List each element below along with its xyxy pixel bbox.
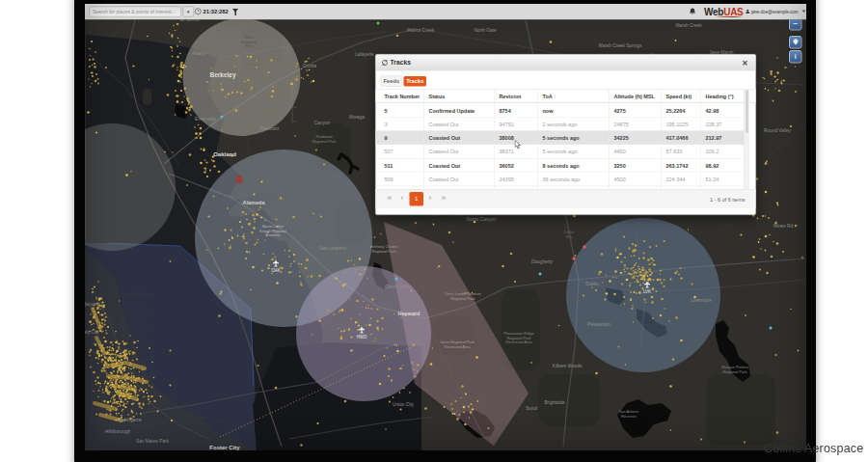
svg-text:University of: University of — [244, 63, 265, 67]
svg-text:Canyon: Canyon — [314, 121, 331, 125]
svg-text:Bayview: Bayview — [85, 302, 100, 307]
svg-text:Regional Park: Regional Park — [371, 249, 395, 254]
svg-text:Livermore: Livermore — [691, 298, 711, 303]
svg-text:Sunol: Sunol — [526, 406, 537, 411]
svg-text:Albany: Albany — [192, 51, 206, 56]
svg-text:North Gate: North Gate — [474, 28, 497, 33]
svg-text:Restricted Area: Restricted Area — [505, 340, 532, 344]
svg-text:Round Valley: Round Valley — [764, 128, 792, 133]
svg-text:Alameda: Alameda — [243, 200, 266, 205]
svg-text:Lafayette: Lafayette — [355, 52, 374, 57]
svg-text:Hillsborough: Hillsborough — [105, 429, 131, 434]
svg-text:Norris Canyon: Norris Canyon — [467, 217, 497, 222]
svg-text:Emeryville: Emeryville — [195, 117, 216, 122]
svg-text:Regional Park: Regional Park — [312, 139, 336, 144]
svg-text:Dublin: Dublin — [585, 282, 599, 286]
svg-text:Hills: Hills — [565, 235, 572, 239]
svg-text:Brightside: Brightside — [544, 400, 564, 405]
svg-text:San Antonio: San Antonio — [619, 410, 638, 414]
svg-text:Berkeley: Berkeley — [209, 71, 235, 79]
svg-text:California: California — [246, 68, 262, 71]
svg-text:Reservoir: Reservoir — [621, 415, 637, 419]
svg-text:Castro Valley: Castro Valley — [385, 285, 413, 289]
svg-text:Burlingame: Burlingame — [119, 418, 142, 422]
svg-text:Pleasanton: Pleasanton — [587, 322, 610, 327]
svg-text:Marsh Creek: Marsh Creek — [675, 23, 702, 28]
svg-text:Mines Rd: Mines Rd — [773, 224, 793, 229]
svg-text:Regional Park: Regional Park — [722, 369, 746, 374]
svg-text:Regional Park: Regional Park — [450, 296, 475, 301]
svg-text:Hayward: Hayward — [398, 311, 420, 316]
svg-text:Marsh Creek Springs: Marsh Creek Springs — [599, 43, 642, 48]
svg-text:Piedmont: Piedmont — [259, 126, 280, 131]
svg-text:HWD: HWD — [357, 335, 367, 340]
svg-text:Daly City: Daly City — [85, 330, 99, 335]
svg-text:Shoreline: Shoreline — [265, 233, 281, 237]
svg-text:Union City: Union City — [393, 402, 415, 407]
svg-text:Kilkare Woods: Kilkare Woods — [553, 364, 583, 368]
svg-text:San Mateo Park: San Mateo Park — [136, 439, 170, 444]
svg-text:Moraga: Moraga — [349, 115, 365, 120]
svg-text:Dougherty: Dougherty — [531, 259, 554, 264]
svg-text:Park: Park — [245, 43, 253, 48]
svg-text:Martin Luther: Martin Luther — [262, 225, 285, 229]
svg-text:OAK: OAK — [271, 268, 281, 273]
svg-text:Walnut Creek: Walnut Creek — [407, 28, 435, 33]
svg-text:LVK: LVK — [643, 289, 651, 294]
svg-text:Foster City: Foster City — [209, 445, 240, 450]
svg-text:Orinda: Orinda — [303, 64, 317, 68]
svg-text:Restricted Area: Restricted Area — [444, 344, 471, 349]
svg-text:Dublin: Dublin — [564, 231, 575, 234]
svg-text:San Leandro: San Leandro — [319, 246, 346, 251]
svg-text:King Jr Regional: King Jr Regional — [259, 230, 286, 233]
svg-text:Oakland: Oakland — [213, 151, 236, 157]
